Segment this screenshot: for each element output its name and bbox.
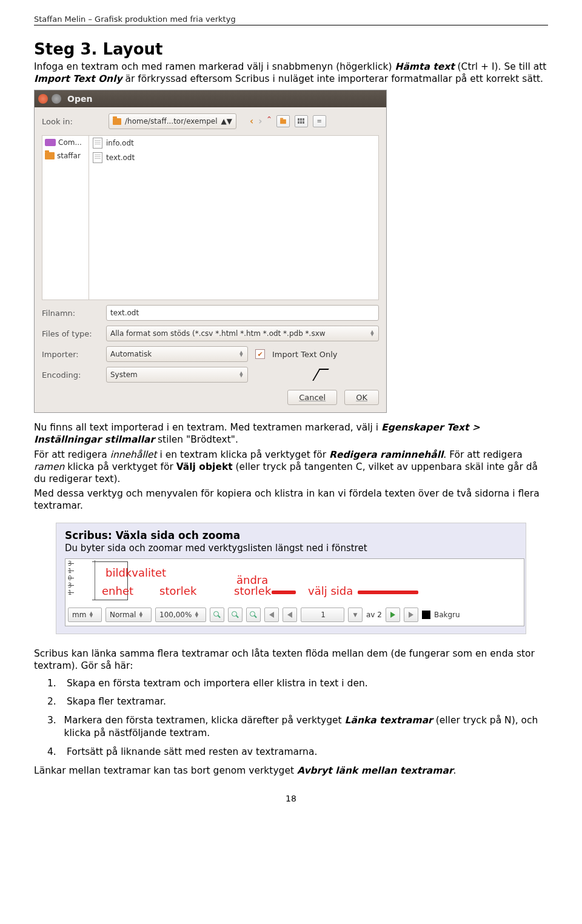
list-view-icon[interactable]: ≡ xyxy=(313,115,326,127)
cancel-button[interactable]: Cancel xyxy=(287,390,337,405)
import-text-only-checkbox[interactable] xyxy=(255,349,265,359)
icon-view-icon[interactable] xyxy=(295,115,308,127)
statusbar-figure: 3 1 0 3 1 bildkvalitet enhet ändra storl… xyxy=(65,558,524,626)
callout-box: Scribus: Växla sida och zooma Du byter s… xyxy=(56,523,526,634)
ordered-list: 1.Skapa en första textram och importera … xyxy=(47,677,548,759)
page-input[interactable]: 1 xyxy=(301,608,344,622)
unit-select[interactable]: mm▲▼ xyxy=(68,608,102,622)
importer-select[interactable]: Automatisk▲▼ xyxy=(106,346,248,362)
step-title: Steg 3. Layout xyxy=(34,40,548,58)
file-entry[interactable]: info.odt xyxy=(89,136,378,150)
annot-storlek2: storlek xyxy=(234,584,271,597)
red-underline xyxy=(358,591,418,594)
paragraph: Länkar mellan textramar kan tas bort gen… xyxy=(34,765,548,777)
files-of-type-label: Files of type: xyxy=(42,329,99,338)
place-label: Com... xyxy=(58,138,82,147)
page-header: Staffan Melin – Grafisk produktion med f… xyxy=(34,15,548,25)
callout-body: Du byter sida och zoomar med verktygslis… xyxy=(65,543,524,554)
filnamn-label: Filnamn: xyxy=(42,309,99,318)
document-icon xyxy=(93,152,102,163)
status-controls: mm▲▼ Normal▲▼ 100,00%▲▼ 1 ▼ av 2 Bakgru xyxy=(68,608,521,622)
list-item: 4.Fortsätt på liknande sätt med resten a… xyxy=(47,746,548,758)
red-underline xyxy=(272,591,296,594)
list-item: 3.Markera den första textramen, klicka d… xyxy=(47,714,548,740)
nav-back-icon[interactable]: ‹ xyxy=(250,116,253,127)
nav-up-icon[interactable]: ˆ xyxy=(267,116,272,127)
list-item: 1.Skapa en första textram och importera … xyxy=(47,677,548,690)
annot-storlek: storlek xyxy=(159,584,196,597)
last-page-icon[interactable] xyxy=(404,608,418,622)
minimize-icon[interactable] xyxy=(52,94,61,104)
paragraph: Scribus kan länka samma flera textramar … xyxy=(34,648,548,672)
file-browser: Com... staffar info.odt text.odt xyxy=(42,135,379,300)
encoding-select[interactable]: System▲▼ xyxy=(106,367,248,383)
zoom-input[interactable]: 100,00%▲▼ xyxy=(155,608,206,622)
new-folder-icon[interactable] xyxy=(276,115,290,127)
intro-paragraph: Infoga en textram och med ramen markerad… xyxy=(34,61,548,85)
look-in-label: Look in: xyxy=(42,117,99,126)
zoom-out-icon[interactable] xyxy=(210,608,224,622)
zoom-reset-icon[interactable] xyxy=(228,608,242,622)
file-list: info.odt text.odt xyxy=(89,136,378,300)
file-name: info.odt xyxy=(106,139,134,147)
first-page-icon[interactable] xyxy=(264,608,279,622)
dialog-titlebar: Open xyxy=(35,90,386,107)
page-number: 18 xyxy=(34,794,548,803)
path-text: /home/staff...tor/exempel xyxy=(125,117,217,126)
annot-valj-sida: välj sida xyxy=(308,584,353,597)
importer-label: Importer: xyxy=(42,350,99,359)
paragraph: Nu finns all text importerad i en textra… xyxy=(34,421,548,446)
monitor-icon xyxy=(45,139,56,146)
quality-select[interactable]: Normal▲▼ xyxy=(105,608,152,622)
place-label: staffar xyxy=(57,152,81,160)
place-home[interactable]: staffar xyxy=(42,149,89,162)
folder-icon xyxy=(113,118,121,125)
places-pane: Com... staffar xyxy=(42,136,89,300)
prev-page-icon[interactable] xyxy=(283,608,297,622)
place-computer[interactable]: Com... xyxy=(42,136,89,149)
encoding-label: Encoding: xyxy=(42,370,99,380)
open-dialog: Open Look in: /home/staff...tor/exempel … xyxy=(34,90,387,413)
folder-icon xyxy=(45,152,55,159)
list-item: 2.Skapa fler textramar. xyxy=(47,695,548,708)
ok-button[interactable]: OK xyxy=(344,390,379,405)
path-selector[interactable]: /home/staff...tor/exempel ▲▼ xyxy=(109,113,236,129)
next-page-icon[interactable] xyxy=(386,608,400,622)
paragraph: För att redigera innehållet i en textram… xyxy=(34,449,548,485)
file-entry[interactable]: text.odt xyxy=(89,150,378,165)
paragraph: Med dessa verktyg och menyvalen för kopi… xyxy=(34,487,548,512)
file-name: text.odt xyxy=(106,153,135,162)
callout-title: Scribus: Växla sida och zooma xyxy=(65,529,524,541)
filnamn-input[interactable]: text.odt xyxy=(106,305,379,321)
page-dropdown-icon[interactable]: ▼ xyxy=(348,608,363,622)
page-of-label: av 2 xyxy=(366,611,382,619)
import-text-only-label: Import Text Only xyxy=(272,350,337,359)
dialog-title: Open xyxy=(67,94,92,104)
zoom-in-icon[interactable] xyxy=(246,608,261,622)
document-icon xyxy=(93,138,102,149)
annot-enhet: enhet xyxy=(102,584,133,597)
bg-label: Bakgru xyxy=(434,611,460,619)
close-icon[interactable] xyxy=(38,94,48,104)
ruler: 3 1 0 3 1 xyxy=(68,560,95,600)
bg-swatch[interactable] xyxy=(422,611,430,619)
files-of-type-select[interactable]: Alla format som stöds (*.csv *.html *.ht… xyxy=(106,326,379,341)
annot-bildkvalitet: bildkvalitet xyxy=(105,566,166,579)
nav-forward-icon[interactable]: › xyxy=(258,116,262,127)
